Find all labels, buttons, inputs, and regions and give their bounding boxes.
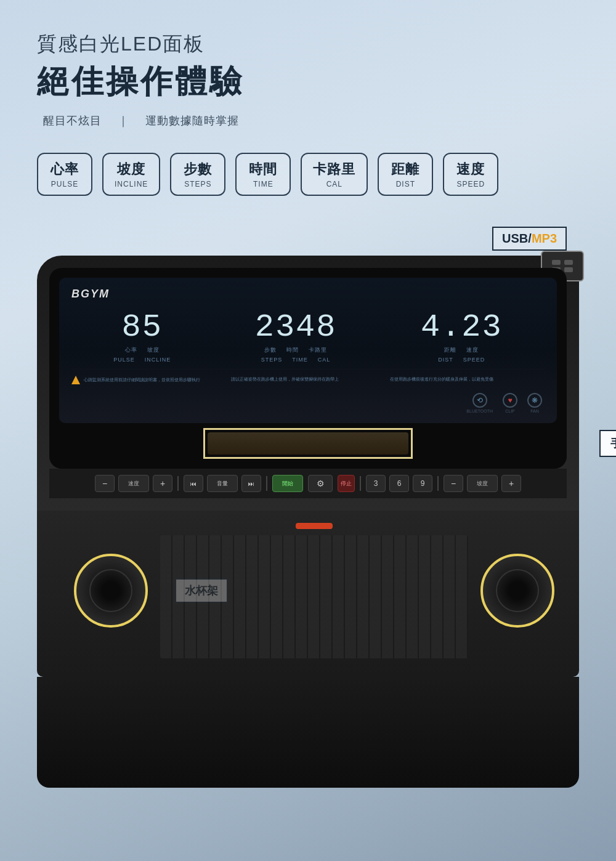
ctrl-btn-next[interactable]: ⏭	[241, 475, 261, 492]
badge-time-cn: 時間	[248, 160, 278, 179]
usb-prefix: USB/	[502, 232, 532, 245]
desc-sep: ｜	[118, 115, 129, 127]
display-labels-left: 心率 坡度	[113, 346, 171, 354]
cup-holder-right	[480, 554, 554, 628]
label-time-cn: 時間	[286, 346, 299, 354]
ctrl-btn-plus[interactable]: +	[153, 475, 172, 492]
display-group-left: 85 心率 坡度 PULSE INCLINE	[113, 312, 171, 363]
badge-time-en: TIME	[248, 180, 278, 188]
screen-divider	[71, 369, 545, 370]
treadmill-container: BGYM 85 心率 坡度 PULSE INCLINE	[0, 256, 616, 788]
header-description: 醒目不炫目 ｜ 運動數據隨時掌握	[37, 113, 579, 128]
display-number-speed: 4.23	[421, 312, 503, 344]
heart-label: CLIP	[505, 409, 515, 413]
badge-steps: 步數 STEPS	[170, 153, 225, 196]
phone-holder-box	[203, 428, 413, 459]
warning-block: 心跳監測系統使用前請仔細閱讀說明書，並依照使用步驟執行	[71, 376, 226, 384]
display-group-center: 2348 步數 時間 卡路里 STEPS TIME CAL	[255, 312, 337, 363]
display-labels-right-en: DIST SPEED	[421, 357, 503, 363]
start-label: 開始	[282, 480, 293, 488]
display-numbers: 85 心率 坡度 PULSE INCLINE 2348	[71, 305, 545, 365]
screen-icon-bluetooth: ⟲ BLUETOOTH	[466, 393, 493, 413]
screen-topbar: BGYM	[71, 288, 545, 301]
usb-dot-1	[552, 260, 561, 265]
ctrl-num-6[interactable]: 6	[389, 475, 409, 492]
ctrl-group-speed: − 速度 +	[95, 475, 172, 492]
label-steps-cn: 步數	[264, 346, 277, 354]
ctrl-btn-settings[interactable]: ⚙	[308, 475, 333, 492]
badge-incline-en: INCLINE	[115, 180, 148, 188]
usb-mp3-label: USB/MP3	[492, 227, 567, 251]
treadmill-belt-area	[160, 523, 468, 658]
label-cal-cn: 卡路里	[309, 346, 327, 354]
display-number-steps: 2348	[255, 312, 337, 344]
ctrl-sep-3	[360, 476, 361, 491]
speed-label-cn: 速度	[128, 480, 139, 488]
badge-incline: 坡度 INCLINE	[102, 153, 160, 196]
cup-holder-ring-right	[480, 554, 554, 628]
ctrl-incline-minus[interactable]: −	[444, 475, 463, 492]
display-labels-right: 距離 速度	[421, 346, 503, 354]
ctrl-btn-start[interactable]: 開始	[272, 475, 303, 492]
usb-label-container: USB/MP3	[37, 227, 579, 251]
desc-left: 醒目不炫目	[43, 115, 102, 127]
phone-holder-shelf	[208, 432, 408, 455]
fan-icon: ❋	[527, 393, 542, 408]
cup-holder-left: 水杯架	[74, 554, 148, 628]
ctrl-group-incline: 3 6 9	[366, 475, 432, 492]
label-pulse-cn: 心率	[125, 346, 137, 354]
ctrl-sep-1	[177, 476, 179, 491]
phone-holder-container: 手機/平板架	[59, 428, 557, 459]
badge-steps-cn: 步數	[182, 160, 213, 179]
label-incline-cn: 坡度	[147, 346, 160, 354]
cup-holder-inner-left	[89, 569, 132, 612]
badge-incline-cn: 坡度	[115, 160, 148, 179]
fan-label: FAN	[530, 409, 539, 413]
label-speed-cn: 速度	[466, 346, 479, 354]
info-block-1: 請以正確姿勢在跑步機上使用，并確保雙腳保持在跑帶上	[231, 376, 386, 384]
info-text-1: 請以正確姿勢在跑步機上使用，并確保雙腳保持在跑帶上	[231, 377, 339, 381]
cup-holder-inner-right	[496, 569, 539, 612]
display-number-pulse: 85	[113, 312, 171, 344]
belt-indicator	[296, 523, 333, 529]
cup-holder-ring-left	[74, 554, 148, 628]
badge-cal: 卡路里 CAL	[301, 153, 368, 196]
usb-btn-row-1	[552, 260, 573, 265]
screen-info-row: 心跳監測系統使用前請仔細閱讀說明書，並依照使用步驟執行 請以正確姿勢在跑步機上使…	[71, 373, 545, 387]
belt-surface	[160, 535, 468, 658]
ctrl-btn-vol: 音量	[207, 475, 238, 492]
warning-text: 心跳監測系統使用前請仔細閱讀說明書，並依照使用步驟執行	[84, 378, 200, 382]
header-title: 絕佳操作體驗	[37, 60, 579, 103]
ctrl-btn-prev[interactable]: ⏮	[184, 475, 203, 492]
ctrl-group-incline2: − 坡度 +	[444, 475, 521, 492]
badge-time: 時間 TIME	[235, 153, 291, 196]
ctrl-btn-minus[interactable]: −	[95, 475, 115, 492]
screen-icons-row: ⟲ BLUETOOTH ♥ CLIP ❋ FAN	[71, 390, 545, 416]
ctrl-num-9[interactable]: 9	[413, 475, 432, 492]
badge-dist-en: DIST	[390, 180, 421, 188]
ctrl-incline-plus[interactable]: +	[501, 475, 521, 492]
screen-icon-heart: ♥ CLIP	[503, 393, 517, 413]
label-speed-en: SPEED	[463, 357, 485, 363]
badge-speed: 速度 SPEED	[443, 153, 498, 196]
label-dist-cn: 距離	[444, 346, 456, 354]
treadmill-base	[37, 677, 579, 788]
usb-dot-4	[564, 267, 573, 272]
heart-icon: ♥	[503, 393, 517, 408]
control-row[interactable]: − 速度 + ⏮ 音量 ⏭ 開始 ⚙ 停止	[49, 469, 567, 498]
treadmill-console: BGYM 85 心率 坡度 PULSE INCLINE	[37, 256, 579, 511]
ctrl-btn-speed: 速度	[118, 475, 149, 492]
badge-pulse-cn: 心率	[49, 160, 80, 179]
display-labels-center-en: STEPS TIME CAL	[255, 357, 337, 363]
phone-holder-label: 手機/平板架	[599, 430, 616, 457]
display-labels-left-en: PULSE INCLINE	[113, 357, 171, 363]
label-pulse-en: PULSE	[113, 357, 135, 363]
ctrl-incline-label: 坡度	[467, 475, 498, 492]
display-group-right: 4.23 距離 速度 DIST SPEED	[421, 312, 503, 363]
ctrl-num-3[interactable]: 3	[366, 475, 386, 492]
ctrl-btn-stop[interactable]: 停止	[338, 475, 355, 492]
badge-speed-en: SPEED	[455, 180, 486, 188]
info-block-2: 在使用跑步機前後進行充分的暖身及伸展，以避免受傷	[390, 376, 545, 384]
badge-pulse-en: PULSE	[49, 180, 80, 188]
screen-frame: BGYM 85 心率 坡度 PULSE INCLINE	[49, 268, 567, 469]
